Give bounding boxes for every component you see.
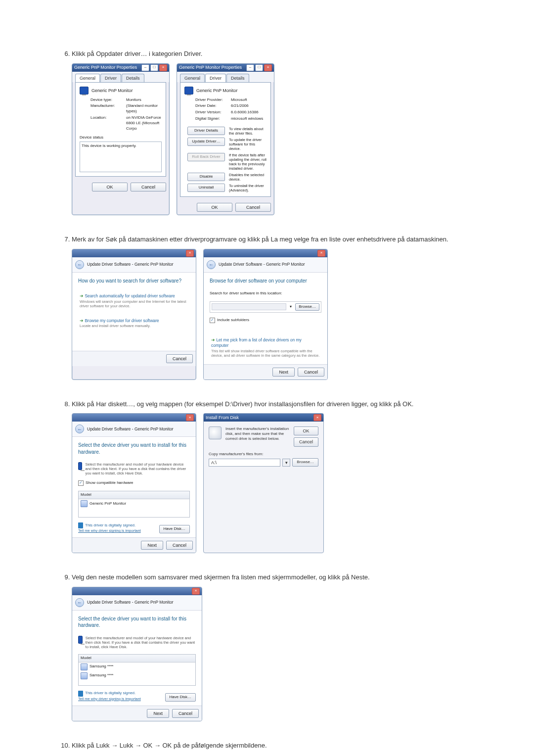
subtext: Select the manufacturer and model of you… [86, 636, 196, 649]
have-disk-button[interactable]: Have Disk… [159, 525, 190, 533]
browse-button[interactable]: Browse… [292, 458, 318, 467]
close-icon[interactable]: × [186, 414, 194, 421]
ok-button[interactable]: OK [294, 426, 318, 435]
close-icon[interactable]: × [317, 250, 325, 257]
heading: How do you want to search for driver sof… [78, 278, 190, 284]
label: Location: [90, 115, 126, 131]
disable-button[interactable]: Disable [187, 173, 225, 181]
option-browse[interactable]: Browse my computer for driver software L… [78, 316, 190, 331]
heading: Select the device driver you want to ins… [78, 442, 190, 455]
back-icon[interactable]: ← [75, 598, 84, 607]
location-input[interactable] [212, 303, 286, 310]
option-desc: Windows will search your computer and th… [80, 299, 188, 308]
step-text: Klikk på Har diskett…, og velg mappen (f… [72, 400, 413, 408]
close-icon[interactable]: × [186, 250, 194, 257]
option-search-auto[interactable]: Search automatically for updated driver … [78, 291, 190, 310]
tab-general[interactable]: General [180, 74, 205, 82]
rollback-driver-button: Roll Back Driver [187, 153, 225, 161]
label: Digital Signer: [195, 116, 231, 122]
update-driver-button[interactable]: Update Driver… [187, 138, 225, 146]
tab-driver[interactable]: Driver [205, 74, 226, 82]
show-compatible-checkbox[interactable]: ✓Show compatible hardware [78, 480, 190, 486]
uninstall-button[interactable]: Uninstall [187, 184, 225, 192]
desc: To uninstall the driver (Advanced). [229, 184, 267, 192]
instruction-list: Klikk på Oppdater driver… i kategorien D… [44, 49, 490, 750]
cancel-button[interactable]: Cancel [294, 437, 318, 446]
list-item[interactable]: Samsung **** [79, 662, 195, 671]
label: Copy manufacturer's files from: [209, 452, 318, 457]
maximize-icon[interactable]: □ [150, 64, 158, 71]
path-input[interactable]: A:\ [209, 459, 280, 467]
close-icon[interactable]: × [192, 588, 200, 595]
model-name: Generic PnP Monitor [89, 501, 126, 507]
model-list: Model Samsung **** Samsung **** [78, 654, 196, 686]
checkbox-label: Include subfolders [217, 318, 249, 323]
option-title: Search automatically for updated driver … [80, 293, 188, 299]
browse-button[interactable]: Browse… [295, 303, 319, 311]
monitor-icon [78, 636, 83, 644]
chevron-down-icon[interactable]: ▾ [282, 459, 290, 467]
ok-button[interactable]: OK [92, 183, 128, 191]
tab-general[interactable]: General [75, 74, 100, 82]
tab-details[interactable]: Details [122, 74, 144, 82]
instruction-text: Insert the manufacturer's installation d… [225, 426, 290, 441]
breadcrumb: Update Driver Software - Generic PnP Mon… [87, 426, 174, 432]
cancel-button[interactable]: Cancel [298, 368, 324, 377]
device-status-box: This device is working properly. [80, 142, 162, 172]
tab-driver[interactable]: Driver [100, 74, 121, 82]
window-title: Install From Disk [206, 415, 239, 421]
signing-link[interactable]: Tell me why driver signing is important [78, 697, 141, 702]
titlebar: Generic PnP Monitor Properties – □ × [177, 64, 274, 72]
option-desc: This list will show installed driver sof… [211, 349, 320, 358]
next-button[interactable]: Next [141, 541, 163, 550]
desc: Disables the selected device. [229, 173, 267, 182]
back-icon[interactable]: ← [75, 260, 84, 269]
close-icon[interactable]: × [264, 64, 272, 71]
step-7: Merk av for Søk på datamaskinen etter dr… [72, 235, 490, 380]
close-icon[interactable]: × [313, 414, 321, 421]
cancel-button[interactable]: Cancel [166, 541, 193, 550]
minimize-icon[interactable]: – [246, 64, 254, 71]
next-button[interactable]: Next [272, 368, 295, 377]
step-9: Velg den neste modellen som samsvarer me… [72, 573, 490, 721]
label: Driver Provider: [195, 97, 231, 103]
next-button[interactable]: Next [147, 709, 169, 718]
label: Device type: [90, 97, 126, 103]
label: Search for driver software in this locat… [210, 291, 321, 296]
option-title: Let me pick from a list of device driver… [211, 337, 320, 349]
shield-icon [78, 691, 83, 697]
wizard-select-driver-1: × ←Update Driver Software - Generic PnP … [72, 413, 196, 553]
include-subfolders-checkbox[interactable]: ✓Include subfolders [210, 318, 321, 323]
device-name: Generic PnP Monitor [91, 88, 133, 94]
disk-icon [209, 426, 222, 439]
subtext: Select the manufacturer and model of you… [85, 462, 190, 475]
model-list: Model Generic PnP Monitor [78, 491, 190, 518]
list-item[interactable]: Generic PnP Monitor [79, 499, 189, 508]
step-text: Velg den neste modellen som samsvarer me… [72, 573, 370, 581]
cancel-button[interactable]: Cancel [131, 183, 166, 191]
have-disk-button[interactable]: Have Disk… [165, 693, 196, 702]
back-icon[interactable]: ← [75, 425, 84, 433]
label: Driver Date: [195, 103, 231, 109]
minimize-icon[interactable]: – [141, 64, 149, 71]
breadcrumb: Update Driver Software - Generic PnP Mon… [87, 262, 174, 267]
cancel-button[interactable]: Cancel [172, 709, 199, 718]
cancel-button[interactable]: Cancel [235, 203, 271, 212]
step-8: Klikk på Har diskett…, og velg mappen (f… [72, 400, 490, 554]
value: 6/21/2006 [231, 103, 267, 109]
back-icon[interactable]: ← [207, 260, 216, 269]
maximize-icon[interactable]: □ [255, 64, 263, 71]
ok-button[interactable]: OK [197, 203, 232, 212]
chevron-down-icon[interactable]: ▾ [288, 304, 293, 310]
close-icon[interactable]: × [159, 64, 167, 71]
signing-link[interactable]: Tell me why driver signing is important [78, 528, 141, 533]
cancel-button[interactable]: Cancel [166, 354, 193, 363]
desc: If the device fails after updating the d… [229, 153, 267, 171]
tab-details[interactable]: Details [226, 74, 249, 82]
label: Manufacturer: [90, 103, 126, 114]
dialog-properties-driver: Generic PnP Monitor Properties – □ × Gen… [177, 63, 274, 215]
option-let-me-pick[interactable]: Let me pick from a list of device driver… [210, 335, 321, 360]
driver-details-button[interactable]: Driver Details [187, 127, 225, 135]
list-item[interactable]: Samsung **** [79, 671, 195, 680]
path-value: A:\ [211, 460, 217, 466]
